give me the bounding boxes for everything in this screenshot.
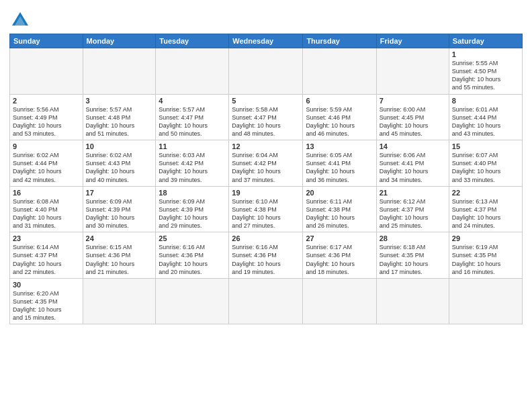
- calendar-cell: [156, 48, 229, 95]
- calendar-cell: 23Sunrise: 6:14 AM Sunset: 4:37 PM Dayli…: [10, 232, 83, 279]
- calendar-cell: 18Sunrise: 6:09 AM Sunset: 4:39 PM Dayli…: [156, 186, 229, 232]
- calendar-cell: [83, 48, 156, 95]
- calendar-cell: 25Sunrise: 6:16 AM Sunset: 4:36 PM Dayli…: [156, 232, 229, 279]
- calendar-cell: 3Sunrise: 5:57 AM Sunset: 4:48 PM Daylig…: [83, 94, 156, 140]
- calendar-week-row: 16Sunrise: 6:08 AM Sunset: 4:40 PM Dayli…: [10, 186, 523, 232]
- day-number: 11: [159, 142, 226, 150]
- day-number: 21: [380, 189, 446, 197]
- day-info: Sunrise: 6:11 AM Sunset: 4:38 PM Dayligh…: [306, 197, 373, 230]
- day-info: Sunrise: 6:02 AM Sunset: 4:43 PM Dayligh…: [86, 151, 153, 184]
- day-info: Sunrise: 6:02 AM Sunset: 4:44 PM Dayligh…: [13, 151, 80, 184]
- day-number: 24: [86, 234, 153, 242]
- day-info: Sunrise: 6:09 AM Sunset: 4:39 PM Dayligh…: [159, 197, 226, 230]
- calendar-week-row: 2Sunrise: 5:56 AM Sunset: 4:49 PM Daylig…: [10, 94, 523, 140]
- day-info: Sunrise: 6:04 AM Sunset: 4:42 PM Dayligh…: [232, 151, 300, 184]
- calendar-cell: [303, 278, 376, 324]
- day-number: 26: [232, 234, 300, 242]
- day-info: Sunrise: 5:55 AM Sunset: 4:50 PM Dayligh…: [452, 59, 519, 92]
- weekday-header-wednesday: Wednesday: [229, 34, 303, 48]
- day-info: Sunrise: 5:56 AM Sunset: 4:49 PM Dayligh…: [13, 105, 80, 138]
- day-info: Sunrise: 6:03 AM Sunset: 4:42 PM Dayligh…: [159, 151, 226, 184]
- day-info: Sunrise: 6:08 AM Sunset: 4:40 PM Dayligh…: [13, 197, 80, 230]
- calendar-cell: 6Sunrise: 5:59 AM Sunset: 4:46 PM Daylig…: [303, 94, 376, 140]
- day-info: Sunrise: 6:13 AM Sunset: 4:37 PM Dayligh…: [452, 197, 519, 230]
- calendar-cell: [156, 278, 229, 324]
- calendar-cell: 13Sunrise: 6:05 AM Sunset: 4:41 PM Dayli…: [303, 140, 376, 187]
- day-number: 3: [86, 97, 153, 105]
- calendar-cell: 21Sunrise: 6:12 AM Sunset: 4:37 PM Dayli…: [376, 186, 449, 232]
- day-info: Sunrise: 6:14 AM Sunset: 4:37 PM Dayligh…: [13, 243, 80, 276]
- day-number: 22: [452, 189, 519, 197]
- calendar-cell: 7Sunrise: 6:00 AM Sunset: 4:45 PM Daylig…: [376, 94, 449, 140]
- calendar-cell: 26Sunrise: 6:16 AM Sunset: 4:36 PM Dayli…: [229, 232, 303, 279]
- calendar-cell: 27Sunrise: 6:17 AM Sunset: 4:36 PM Dayli…: [303, 232, 376, 279]
- day-number: 27: [306, 234, 373, 242]
- calendar-week-row: 30Sunrise: 6:20 AM Sunset: 4:35 PM Dayli…: [10, 278, 523, 324]
- day-info: Sunrise: 6:16 AM Sunset: 4:36 PM Dayligh…: [159, 243, 226, 276]
- day-number: 1: [452, 50, 519, 58]
- day-number: 8: [452, 97, 519, 105]
- day-info: Sunrise: 6:15 AM Sunset: 4:36 PM Dayligh…: [86, 243, 153, 276]
- calendar-cell: 30Sunrise: 6:20 AM Sunset: 4:35 PM Dayli…: [10, 278, 83, 324]
- calendar-cell: 1Sunrise: 5:55 AM Sunset: 4:50 PM Daylig…: [449, 48, 522, 95]
- calendar-cell: 9Sunrise: 6:02 AM Sunset: 4:44 PM Daylig…: [10, 140, 83, 187]
- calendar-cell: [229, 278, 303, 324]
- calendar-header-row: SundayMondayTuesdayWednesdayThursdayFrid…: [10, 34, 523, 48]
- calendar-cell: [449, 278, 522, 324]
- calendar-cell: 15Sunrise: 6:07 AM Sunset: 4:40 PM Dayli…: [449, 140, 522, 187]
- day-info: Sunrise: 6:00 AM Sunset: 4:45 PM Dayligh…: [380, 105, 446, 138]
- day-info: Sunrise: 5:57 AM Sunset: 4:48 PM Dayligh…: [86, 105, 153, 138]
- day-info: Sunrise: 6:06 AM Sunset: 4:41 PM Dayligh…: [380, 151, 446, 184]
- day-number: 19: [232, 189, 300, 197]
- calendar-cell: 2Sunrise: 5:56 AM Sunset: 4:49 PM Daylig…: [10, 94, 83, 140]
- day-number: 16: [13, 189, 80, 197]
- weekday-header-friday: Friday: [376, 34, 449, 48]
- calendar-cell: 8Sunrise: 6:01 AM Sunset: 4:44 PM Daylig…: [449, 94, 522, 140]
- day-number: 20: [306, 189, 373, 197]
- calendar-week-row: 23Sunrise: 6:14 AM Sunset: 4:37 PM Dayli…: [10, 232, 523, 279]
- weekday-header-monday: Monday: [83, 34, 156, 48]
- day-info: Sunrise: 6:09 AM Sunset: 4:39 PM Dayligh…: [86, 197, 153, 230]
- calendar-cell: 28Sunrise: 6:18 AM Sunset: 4:35 PM Dayli…: [376, 232, 449, 279]
- day-number: 12: [232, 142, 300, 150]
- calendar-cell: 19Sunrise: 6:10 AM Sunset: 4:38 PM Dayli…: [229, 186, 303, 232]
- logo: [9, 11, 30, 30]
- logo-icon: [11, 11, 30, 30]
- day-number: 14: [380, 142, 446, 150]
- calendar-table: SundayMondayTuesdayWednesdayThursdayFrid…: [9, 34, 523, 324]
- calendar-cell: [376, 48, 449, 95]
- day-number: 10: [86, 142, 153, 150]
- weekday-header-saturday: Saturday: [449, 34, 522, 48]
- day-info: Sunrise: 6:05 AM Sunset: 4:41 PM Dayligh…: [306, 151, 373, 184]
- day-info: Sunrise: 6:16 AM Sunset: 4:36 PM Dayligh…: [232, 243, 300, 276]
- day-number: 5: [232, 97, 300, 105]
- calendar-cell: 22Sunrise: 6:13 AM Sunset: 4:37 PM Dayli…: [449, 186, 522, 232]
- day-number: 23: [13, 234, 80, 242]
- day-info: Sunrise: 5:58 AM Sunset: 4:47 PM Dayligh…: [232, 105, 300, 138]
- day-info: Sunrise: 6:10 AM Sunset: 4:38 PM Dayligh…: [232, 197, 300, 230]
- day-number: 7: [380, 97, 446, 105]
- day-number: 18: [159, 189, 226, 197]
- calendar-cell: 20Sunrise: 6:11 AM Sunset: 4:38 PM Dayli…: [303, 186, 376, 232]
- calendar-cell: 24Sunrise: 6:15 AM Sunset: 4:36 PM Dayli…: [83, 232, 156, 279]
- calendar-cell: [10, 48, 83, 95]
- day-info: Sunrise: 6:12 AM Sunset: 4:37 PM Dayligh…: [380, 197, 446, 230]
- day-number: 30: [13, 281, 80, 289]
- calendar-cell: 17Sunrise: 6:09 AM Sunset: 4:39 PM Dayli…: [83, 186, 156, 232]
- header: [9, 7, 523, 30]
- day-info: Sunrise: 6:01 AM Sunset: 4:44 PM Dayligh…: [452, 105, 519, 138]
- day-number: 28: [380, 234, 446, 242]
- day-number: 6: [306, 97, 373, 105]
- calendar-cell: 11Sunrise: 6:03 AM Sunset: 4:42 PM Dayli…: [156, 140, 229, 187]
- day-info: Sunrise: 6:20 AM Sunset: 4:35 PM Dayligh…: [13, 289, 80, 322]
- calendar-cell: [229, 48, 303, 95]
- calendar-cell: 14Sunrise: 6:06 AM Sunset: 4:41 PM Dayli…: [376, 140, 449, 187]
- calendar-cell: 10Sunrise: 6:02 AM Sunset: 4:43 PM Dayli…: [83, 140, 156, 187]
- day-number: 4: [159, 97, 226, 105]
- calendar-cell: [303, 48, 376, 95]
- day-info: Sunrise: 6:17 AM Sunset: 4:36 PM Dayligh…: [306, 243, 373, 276]
- calendar-cell: [376, 278, 449, 324]
- day-info: Sunrise: 6:18 AM Sunset: 4:35 PM Dayligh…: [380, 243, 446, 276]
- day-info: Sunrise: 5:57 AM Sunset: 4:47 PM Dayligh…: [159, 105, 226, 138]
- day-info: Sunrise: 6:07 AM Sunset: 4:40 PM Dayligh…: [452, 151, 519, 184]
